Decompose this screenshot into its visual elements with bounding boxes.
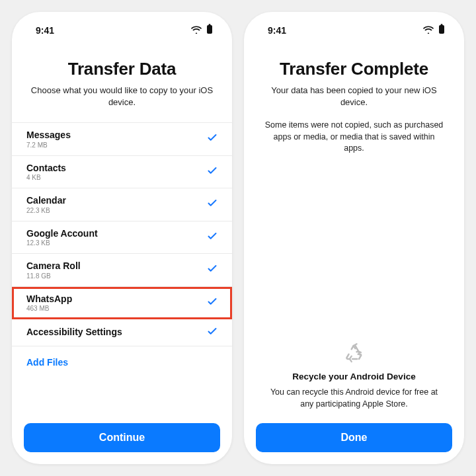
recycle-section: Recycle your Android Device You can recy…	[244, 341, 464, 416]
battery-icon	[438, 24, 446, 36]
check-icon	[207, 296, 218, 309]
done-button[interactable]: Done	[256, 423, 452, 452]
transfer-item[interactable]: Messages7.2 MB	[12, 123, 232, 156]
item-size: 22.3 KB	[26, 207, 66, 214]
recycle-text: You can recycle this Android device for …	[264, 387, 444, 410]
item-size: 11.8 GB	[26, 272, 81, 280]
item-label: Google Account	[26, 228, 98, 240]
check-icon	[207, 165, 218, 178]
item-size: 12.3 KB	[26, 239, 98, 247]
svg-rect-1	[209, 24, 211, 25]
check-icon	[207, 132, 218, 145]
check-icon	[207, 231, 218, 244]
check-icon	[207, 198, 218, 211]
item-size: 4 KB	[26, 174, 66, 181]
svg-rect-0	[207, 25, 212, 34]
check-icon	[207, 326, 218, 339]
status-bar: 9:41	[12, 12, 232, 42]
wifi-icon	[191, 25, 202, 36]
page-note: Some items were not copied, such as purc…	[262, 120, 446, 155]
status-bar: 9:41	[244, 12, 464, 42]
page-subtitle: Your data has been copied to your new iO…	[262, 85, 446, 108]
recycle-icon	[264, 341, 444, 366]
battery-icon	[206, 24, 214, 36]
status-time: 9:41	[36, 25, 54, 36]
svg-rect-3	[441, 24, 443, 25]
phone-transfer-data: 9:41 Transfer Data Choose what you would…	[12, 12, 232, 464]
transfer-item[interactable]: Accessibility Settings	[12, 319, 232, 346]
recycle-title: Recycle your Android Device	[264, 372, 444, 381]
page-title: Transfer Data	[30, 59, 214, 79]
add-files-button[interactable]: Add Files	[12, 346, 232, 372]
transfer-item-list: Messages7.2 MBContacts4 KBCalendar22.3 K…	[12, 122, 232, 346]
continue-button[interactable]: Continue	[24, 423, 220, 452]
item-label: Accessibility Settings	[26, 327, 122, 338]
page-subtitle: Choose what you would like to copy to yo…	[30, 85, 214, 108]
status-time: 9:41	[268, 25, 286, 36]
item-size: 7.2 MB	[26, 141, 71, 149]
item-label: WhatsApp	[26, 294, 72, 305]
svg-rect-2	[439, 25, 444, 34]
phone-transfer-complete: 9:41 Transfer Complete Your data has bee…	[244, 12, 464, 464]
page-title: Transfer Complete	[262, 59, 446, 79]
item-size: 463 MB	[26, 305, 72, 312]
transfer-item[interactable]: WhatsApp463 MB	[12, 287, 232, 320]
transfer-item[interactable]: Google Account12.3 KB	[12, 221, 232, 255]
item-label: Contacts	[26, 163, 66, 175]
transfer-item[interactable]: Camera Roll11.8 GB	[12, 254, 232, 287]
transfer-item[interactable]: Contacts4 KB	[12, 156, 232, 189]
item-label: Messages	[26, 130, 71, 141]
item-label: Camera Roll	[26, 260, 81, 272]
wifi-icon	[423, 25, 434, 36]
transfer-item[interactable]: Calendar22.3 KB	[12, 188, 232, 221]
item-label: Calendar	[26, 195, 66, 207]
check-icon	[207, 263, 218, 276]
